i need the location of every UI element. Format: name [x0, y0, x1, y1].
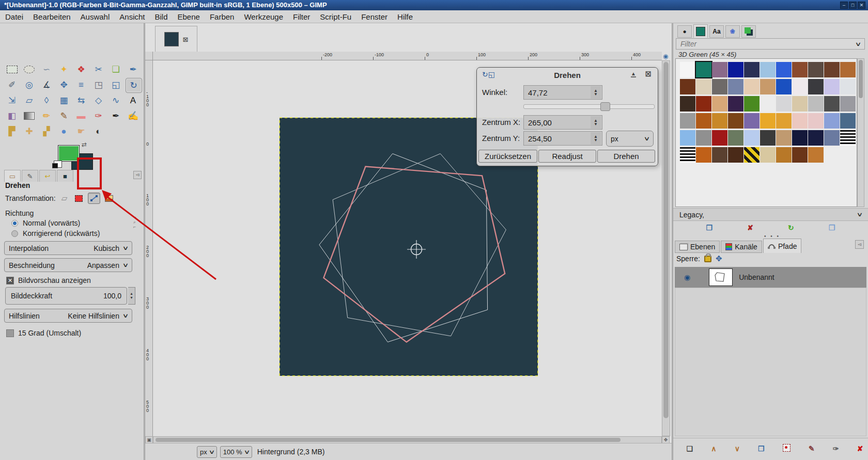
- grad15-checkbox[interactable]: [6, 329, 14, 337]
- transform-path-button[interactable]: [88, 193, 100, 204]
- menu-filter[interactable]: Filter: [293, 12, 310, 21]
- pattern-swatch[interactable]: [760, 113, 776, 129]
- pattern-swatch[interactable]: [824, 79, 840, 94]
- quick-mask-toggle[interactable]: ▣: [145, 436, 153, 443]
- 3d-transform-tool[interactable]: ▦: [56, 93, 72, 107]
- pattern-swatch[interactable]: [776, 130, 792, 146]
- perspective-clone-tool[interactable]: ▞: [39, 124, 54, 138]
- horizontal-ruler[interactable]: -200-1000100200300400500600700: [153, 52, 662, 60]
- pattern-swatch[interactable]: [760, 96, 776, 112]
- tab-images[interactable]: [741, 25, 756, 38]
- transform-selection-button[interactable]: [73, 193, 85, 203]
- pattern-scrollbar[interactable]: [857, 58, 864, 207]
- center-x-field[interactable]: 265,00 ▲▼: [523, 115, 602, 130]
- new-path-button[interactable]: ❏: [687, 445, 693, 453]
- pattern-swatch[interactable]: [776, 113, 792, 129]
- pattern-swatch[interactable]: [696, 62, 711, 77]
- pattern-swatch[interactable]: [792, 147, 808, 163]
- pattern-swatch[interactable]: [712, 113, 727, 129]
- readjust-button[interactable]: Readjust: [538, 150, 596, 163]
- tab-pfade[interactable]: Pfade: [763, 239, 802, 253]
- tab-device-status[interactable]: ✎: [22, 170, 38, 182]
- image-tab-close-icon[interactable]: ⊠: [183, 36, 189, 43]
- path-list-empty-area[interactable]: [675, 288, 866, 436]
- pattern-swatch[interactable]: [728, 96, 743, 112]
- pattern-swatch[interactable]: [808, 113, 824, 129]
- pattern-swatch[interactable]: [792, 96, 808, 112]
- pattern-swatch[interactable]: [776, 79, 792, 94]
- foreground-color-swatch[interactable]: [58, 145, 80, 162]
- horizontal-scrollbar[interactable]: [153, 436, 662, 443]
- apply-rotate-button[interactable]: Drehen: [597, 150, 655, 163]
- paths-tool[interactable]: ✒: [126, 62, 141, 76]
- pattern-swatch[interactable]: [760, 79, 776, 94]
- path-to-selection-button[interactable]: [783, 444, 791, 454]
- interpolation-dropdown[interactable]: Interpolation Kubisch∨: [4, 241, 132, 255]
- gradient-tool[interactable]: [22, 109, 37, 123]
- pattern-swatch[interactable]: [744, 147, 760, 163]
- tab-gradients[interactable]: ❀: [725, 25, 740, 38]
- pattern-swatch[interactable]: [680, 130, 695, 146]
- ellipse-select-tool[interactable]: [22, 62, 37, 76]
- zoom-tool[interactable]: ◎: [22, 78, 37, 92]
- pattern-swatch[interactable]: [840, 79, 856, 94]
- rectangle-select-tool[interactable]: [4, 62, 20, 76]
- ruler-corner[interactable]: [145, 52, 153, 60]
- menu-datei[interactable]: Datei: [5, 12, 23, 21]
- selection-to-path-button[interactable]: ✎: [809, 445, 815, 453]
- clipping-dropdown[interactable]: Beschneidung Anpassen∨: [4, 258, 132, 272]
- pattern-swatch[interactable]: [760, 62, 776, 77]
- image-tab[interactable]: ⊠: [155, 26, 197, 52]
- unit-dropdown[interactable]: px∨: [197, 446, 217, 458]
- pattern-swatch[interactable]: [680, 79, 695, 94]
- path-list-item[interactable]: ◉ Unbenannt: [675, 267, 866, 288]
- center-y-spinner[interactable]: ▲▼: [591, 132, 601, 145]
- pattern-swatch[interactable]: [728, 79, 743, 94]
- shear-tool[interactable]: ▱: [22, 93, 37, 107]
- navigation-button[interactable]: ✥: [662, 436, 670, 443]
- tab-image-swatch[interactable]: ■: [57, 170, 73, 182]
- tab-ebenen[interactable]: Ebenen: [675, 241, 720, 253]
- transform-image-button[interactable]: [103, 193, 115, 203]
- angle-slider-handle[interactable]: [600, 102, 610, 111]
- pattern-swatch[interactable]: [712, 79, 727, 94]
- visibility-eye-icon[interactable]: ◉: [684, 273, 690, 281]
- pattern-swatch[interactable]: [824, 96, 840, 112]
- pattern-swatch[interactable]: [696, 130, 711, 146]
- reset-button[interactable]: Zurücksetzen: [478, 150, 537, 163]
- pattern-swatch[interactable]: [744, 130, 760, 146]
- blur-sharpen-tool[interactable]: ●: [56, 124, 72, 138]
- dodge-burn-tool[interactable]: ◐: [91, 124, 106, 138]
- zoom-follow-icon[interactable]: ◉: [663, 53, 668, 60]
- pattern-swatch[interactable]: [808, 96, 824, 112]
- heal-tool[interactable]: ✚: [22, 124, 37, 138]
- pencil-tool[interactable]: ✏: [39, 109, 54, 123]
- bucket-fill-tool[interactable]: ◧: [4, 109, 20, 123]
- angle-slider[interactable]: [523, 104, 655, 109]
- pattern-swatch[interactable]: [680, 62, 695, 77]
- pattern-swatch[interactable]: [712, 96, 727, 112]
- pattern-swatch[interactable]: [728, 113, 743, 129]
- pattern-swatch[interactable]: [728, 62, 743, 77]
- menu-fenster[interactable]: Fenster: [361, 12, 388, 21]
- pattern-swatch[interactable]: [808, 147, 824, 163]
- pattern-swatch[interactable]: [744, 62, 760, 77]
- pattern-swatch[interactable]: [744, 113, 760, 129]
- guides-dropdown[interactable]: Hilfslinien Keine Hilfslinien∨: [4, 309, 132, 323]
- pattern-swatch[interactable]: [840, 62, 856, 77]
- pattern-swatch[interactable]: [776, 96, 792, 112]
- menu-ebene[interactable]: Ebene: [178, 12, 200, 21]
- swap-colors-icon[interactable]: ⇄: [82, 141, 87, 148]
- duplicate-pattern-button[interactable]: ❐: [706, 224, 713, 232]
- pattern-swatch[interactable]: [680, 147, 695, 163]
- pattern-swatch[interactable]: [840, 96, 856, 112]
- raise-path-button[interactable]: ∧: [711, 445, 716, 453]
- align-tool[interactable]: ≡: [73, 78, 89, 92]
- radio-corrective-circle[interactable]: [11, 230, 18, 237]
- pattern-swatch[interactable]: [808, 62, 824, 77]
- pattern-swatch[interactable]: [840, 130, 856, 146]
- radio-normal-circle[interactable]: [11, 220, 18, 227]
- refresh-patterns-button[interactable]: ↻: [788, 224, 794, 232]
- pattern-swatch[interactable]: [712, 130, 727, 146]
- pattern-grid[interactable]: [675, 58, 857, 207]
